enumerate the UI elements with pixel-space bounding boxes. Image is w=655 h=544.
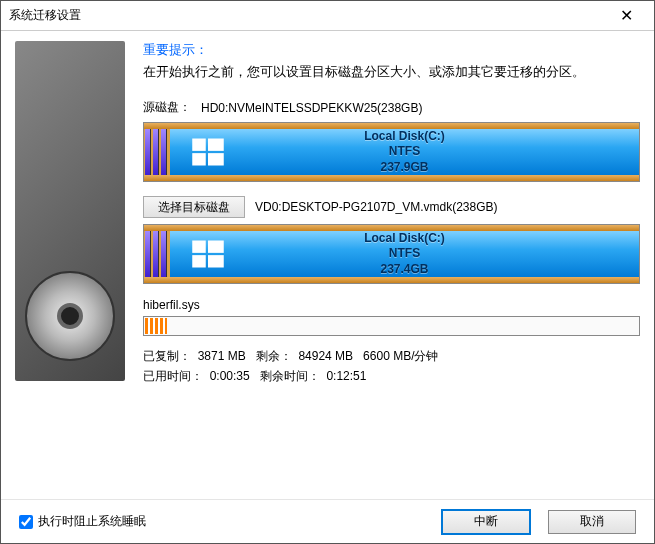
- source-main-partition[interactable]: Local Disk(C:) NTFS 237.9GB: [170, 129, 639, 175]
- source-disk-row: 源磁盘： HD0:NVMeINTELSSDPEKKW25(238GB): [143, 99, 640, 116]
- reserved-seg: [153, 231, 159, 277]
- cancel-button[interactable]: 取消: [548, 510, 636, 534]
- svg-rect-7: [208, 255, 224, 267]
- reserved-seg: [145, 231, 151, 277]
- reserved-seg: [153, 129, 159, 175]
- svg-rect-4: [192, 241, 206, 253]
- target-main-partition[interactable]: Local Disk(C:) NTFS 237.4GB: [170, 231, 639, 277]
- target-name: VD0:DESKTOP-PG2107D_VM.vmdk(238GB): [255, 200, 498, 214]
- source-label: 源磁盘：: [143, 99, 191, 116]
- stats: 已复制： 3871 MB 剩余： 84924 MB 6600 MB/分钟 已用时…: [143, 346, 640, 387]
- abort-button[interactable]: 中断: [442, 510, 530, 534]
- main-panel: 重要提示： 在开始执行之前，您可以设置目标磁盘分区大小、或添加其它要迁移的分区。…: [143, 41, 640, 499]
- target-partition-text: Local Disk(C:) NTFS 237.4GB: [364, 231, 445, 278]
- svg-rect-6: [192, 255, 206, 267]
- window-title: 系统迁移设置: [9, 7, 606, 24]
- select-target-button[interactable]: 选择目标磁盘: [143, 196, 245, 218]
- source-partition-bar[interactable]: Local Disk(C:) NTFS 237.9GB: [143, 122, 640, 182]
- current-file: hiberfil.sys: [143, 298, 640, 312]
- footer: 执行时阻止系统睡眠 中断 取消: [1, 499, 654, 543]
- side-image: DISKGENIUS: [15, 41, 125, 381]
- windows-icon: [190, 236, 226, 272]
- svg-rect-3: [208, 153, 224, 165]
- prevent-sleep-checkbox[interactable]: 执行时阻止系统睡眠: [19, 513, 146, 530]
- hint-title: 重要提示：: [143, 41, 640, 59]
- windows-icon: [190, 134, 226, 170]
- target-disk-row: 选择目标磁盘 VD0:DESKTOP-PG2107D_VM.vmdk(238GB…: [143, 196, 640, 218]
- svg-rect-2: [192, 153, 206, 165]
- disk-graphic: [25, 271, 115, 361]
- titlebar: 系统迁移设置 ✕: [1, 1, 654, 31]
- target-partition-bar[interactable]: Local Disk(C:) NTFS 237.4GB: [143, 224, 640, 284]
- migration-dialog: 系统迁移设置 ✕ DISKGENIUS 重要提示： 在开始执行之前，您可以设置目…: [0, 0, 655, 544]
- svg-rect-1: [208, 139, 224, 151]
- reserved-seg: [161, 231, 167, 277]
- source-partition-text: Local Disk(C:) NTFS 237.9GB: [364, 129, 445, 176]
- prevent-sleep-input[interactable]: [19, 515, 33, 529]
- close-icon[interactable]: ✕: [606, 6, 646, 25]
- dialog-body: DISKGENIUS 重要提示： 在开始执行之前，您可以设置目标磁盘分区大小、或…: [1, 31, 654, 499]
- progress-fill: [145, 318, 167, 334]
- svg-rect-0: [192, 139, 206, 151]
- svg-rect-5: [208, 241, 224, 253]
- reserved-seg: [145, 129, 151, 175]
- source-name: HD0:NVMeINTELSSDPEKKW25(238GB): [201, 101, 422, 115]
- hint-text: 在开始执行之前，您可以设置目标磁盘分区大小、或添加其它要迁移的分区。: [143, 63, 640, 81]
- progress-bar: [143, 316, 640, 336]
- reserved-seg: [161, 129, 167, 175]
